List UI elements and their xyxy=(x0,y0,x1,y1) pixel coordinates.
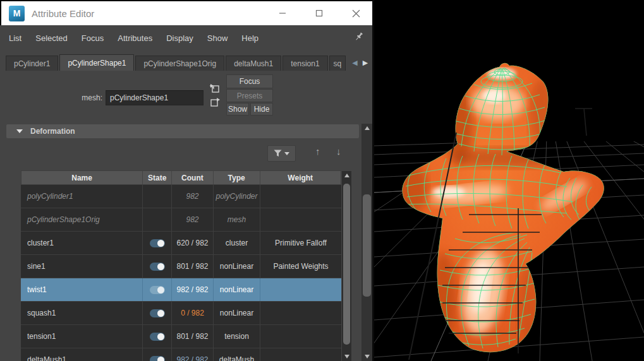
table-row-squash1[interactable]: squash10 / 982nonLinear xyxy=(21,302,341,325)
cell-name: pCylinderShape1Orig xyxy=(21,208,143,231)
table-row-tension1[interactable]: tension1801 / 982tension xyxy=(21,325,341,348)
cell-state xyxy=(143,255,172,278)
output-connection-icon[interactable] xyxy=(208,96,222,109)
state-toggle[interactable] xyxy=(150,356,165,361)
table-row-twist1[interactable]: twist1982 / 982nonLinear xyxy=(21,278,341,302)
menu-display[interactable]: Display xyxy=(166,33,193,43)
tab-pCylinderShape1[interactable]: pCylinderShape1 xyxy=(59,54,134,71)
cell-type: mesh xyxy=(214,208,260,231)
cell-weight: Painted Weights xyxy=(260,255,341,278)
table-scrollbar[interactable] xyxy=(342,171,351,361)
scroll-up-icon[interactable] xyxy=(344,174,349,177)
scroll-down-icon[interactable] xyxy=(365,355,370,358)
tab-scroll-right-icon[interactable]: ▶ xyxy=(363,59,368,67)
column-header-state[interactable]: State xyxy=(143,171,172,184)
cell-name: deltaMush1 xyxy=(21,348,143,361)
input-connection-icon[interactable] xyxy=(208,82,222,95)
mesh-name-input[interactable] xyxy=(106,90,204,105)
panel-scrollbar-thumb[interactable] xyxy=(363,194,371,297)
menu-selected[interactable]: Selected xyxy=(35,33,68,43)
minimize-button[interactable] xyxy=(264,1,301,25)
cell-name: tension1 xyxy=(21,325,143,348)
table-scrollbar-thumb[interactable] xyxy=(343,184,350,345)
table-row-pCylinderShape1Orig[interactable]: pCylinderShape1Orig982mesh xyxy=(21,208,341,232)
scroll-down-icon[interactable] xyxy=(344,355,349,358)
cell-type: polyCylinder xyxy=(214,185,260,208)
cell-type: nonLinear xyxy=(214,255,260,278)
menu-focus[interactable]: Focus xyxy=(82,33,104,43)
menu-attributes[interactable]: Attributes xyxy=(118,33,152,43)
column-header-type[interactable]: Type xyxy=(214,171,260,184)
column-header-name[interactable]: Name xyxy=(21,171,143,184)
section-title: Deformation xyxy=(30,127,75,136)
deformation-section-header[interactable]: Deformation xyxy=(6,124,359,138)
cell-count: 982 / 982 xyxy=(172,278,214,301)
cell-state xyxy=(143,232,172,254)
cell-weight xyxy=(260,348,341,361)
cell-state xyxy=(143,325,172,348)
menu-help[interactable]: Help xyxy=(241,33,258,43)
tabbar: pCylinder1pCylinderShape1pCylinderShape1… xyxy=(0,54,374,71)
menu-list[interactable]: List xyxy=(9,33,21,43)
scroll-up-icon[interactable] xyxy=(365,126,370,130)
attribute-editor-window: M Attribute Editor ListSelectedFocusAttr… xyxy=(0,0,374,361)
titlebar[interactable]: M Attribute Editor xyxy=(0,0,374,25)
tab-scroll-left-icon[interactable]: ◀ xyxy=(352,59,357,67)
tab-pCylinderShape1Orig[interactable]: pCylinderShape1Orig xyxy=(135,56,224,71)
funnel-icon xyxy=(274,150,282,157)
cell-name: sine1 xyxy=(21,255,143,278)
column-header-count[interactable]: Count xyxy=(172,171,214,184)
cell-state xyxy=(143,278,172,301)
cell-type: deltaMush xyxy=(214,348,260,361)
tab-sq[interactable]: sq xyxy=(329,56,346,71)
cell-weight xyxy=(260,208,341,231)
table-header-row: NameStateCountTypeWeight xyxy=(21,170,341,185)
cell-name: twist1 xyxy=(21,278,143,301)
table-row-polyCylinder1[interactable]: polyCylinder1982polyCylinder xyxy=(21,185,341,208)
tab-pCylinder1[interactable]: pCylinder1 xyxy=(6,56,58,71)
table-row-sine1[interactable]: sine1801 / 982nonLinearPainted Weights xyxy=(21,255,341,278)
cell-count: 982 / 982 xyxy=(172,348,214,361)
state-toggle[interactable] xyxy=(150,239,165,247)
column-header-weight[interactable]: Weight xyxy=(260,171,341,184)
cell-weight xyxy=(260,185,341,208)
cell-name: cluster1 xyxy=(21,232,143,254)
panel-scrollbar[interactable] xyxy=(361,124,372,361)
cell-weight xyxy=(260,325,341,348)
tab-tension1[interactable]: tension1 xyxy=(283,56,327,71)
state-toggle[interactable] xyxy=(150,309,165,317)
tab-deltaMush1[interactable]: deltaMush1 xyxy=(226,56,281,71)
maximize-button[interactable] xyxy=(301,1,337,25)
cell-count: 982 xyxy=(172,208,214,231)
cell-state xyxy=(143,348,172,361)
filter-button[interactable] xyxy=(267,145,296,162)
mesh-field-label: mesh: xyxy=(58,93,102,102)
state-toggle[interactable] xyxy=(150,333,165,341)
state-toggle[interactable] xyxy=(150,263,165,271)
focus-button[interactable]: Focus xyxy=(226,74,273,88)
hide-button[interactable]: Hide xyxy=(250,103,273,115)
cell-count: 801 / 982 xyxy=(172,255,214,278)
viewport-3d[interactable] xyxy=(374,0,644,361)
move-down-button[interactable]: ↓ xyxy=(336,146,341,157)
pin-icon[interactable] xyxy=(354,32,364,44)
close-button[interactable] xyxy=(337,1,374,25)
table-row-cluster1[interactable]: cluster1620 / 982clusterPrimitive Fallof… xyxy=(21,232,341,255)
move-up-button[interactable]: ↑ xyxy=(315,146,320,157)
collapse-triangle-icon xyxy=(16,129,23,133)
presets-button[interactable]: Presets xyxy=(226,89,273,102)
cell-name: polyCylinder1 xyxy=(21,185,143,208)
maya-screen: M Attribute Editor ListSelectedFocusAttr… xyxy=(0,0,644,361)
cell-weight xyxy=(260,278,341,301)
menu-show[interactable]: Show xyxy=(207,33,228,43)
cell-weight: Primitive Falloff xyxy=(260,232,341,254)
cell-weight xyxy=(260,302,341,324)
cell-name: squash1 xyxy=(21,302,143,324)
cell-type: tension xyxy=(214,325,260,348)
maya-app-icon: M xyxy=(9,6,25,21)
state-toggle[interactable] xyxy=(150,286,165,294)
table-row-deltaMush1[interactable]: deltaMush1982 / 982deltaMush xyxy=(21,348,341,361)
show-button[interactable]: Show xyxy=(226,103,249,115)
window-title: Attribute Editor xyxy=(32,8,94,19)
deformer-table: NameStateCountTypeWeight polyCylinder198… xyxy=(21,170,341,361)
